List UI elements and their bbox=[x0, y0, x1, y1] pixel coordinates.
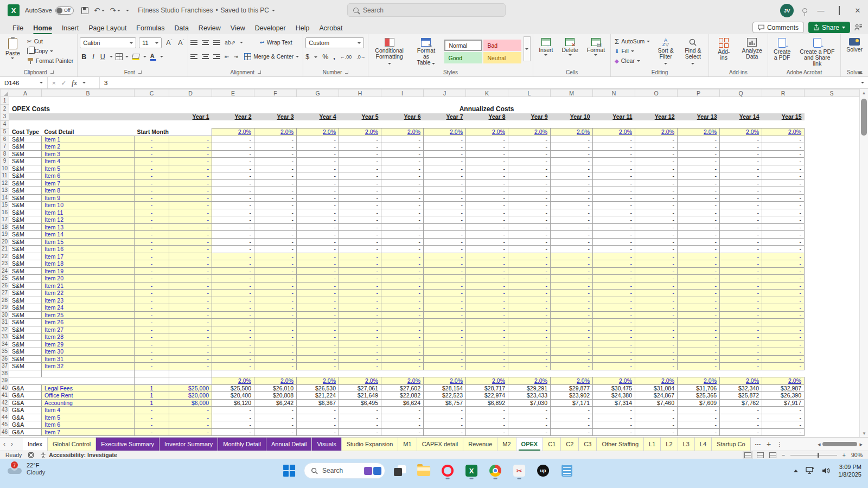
row-header-19[interactable]: 19 bbox=[1, 231, 9, 239]
cell-M41[interactable]: $23,902 bbox=[551, 392, 593, 400]
cell-P6[interactable]: - bbox=[678, 136, 720, 143]
cell-K14[interactable]: - bbox=[466, 194, 508, 202]
sheet-tab-m1[interactable]: M1 bbox=[398, 438, 417, 451]
cell-M11[interactable]: - bbox=[551, 172, 593, 180]
cell-G15[interactable]: - bbox=[297, 202, 339, 209]
cell-A24[interactable]: S&M bbox=[9, 267, 42, 275]
cell-A29[interactable]: S&M bbox=[9, 304, 42, 312]
cell-M44[interactable]: - bbox=[551, 414, 593, 421]
cell-L4[interactable] bbox=[508, 120, 551, 128]
cell-S24[interactable] bbox=[805, 267, 859, 275]
column-header-A[interactable]: A bbox=[9, 89, 42, 97]
document-title[interactable]: Fitness Studio Franchises • Saved to thi… bbox=[138, 7, 275, 14]
cell-R35[interactable]: - bbox=[762, 348, 805, 356]
cell-G14[interactable]: - bbox=[297, 194, 339, 202]
cell-S38[interactable] bbox=[805, 370, 859, 377]
cell-R32[interactable]: - bbox=[762, 326, 805, 333]
cell-N6[interactable]: - bbox=[593, 136, 635, 143]
cell-S46[interactable] bbox=[805, 428, 859, 436]
cell-C6[interactable]: - bbox=[135, 136, 169, 143]
cell-D4[interactable] bbox=[169, 120, 212, 128]
cell-C8[interactable]: - bbox=[135, 150, 169, 158]
cell-L32[interactable]: - bbox=[508, 326, 551, 333]
cell-F22[interactable]: - bbox=[254, 253, 297, 260]
cell-K21[interactable]: - bbox=[466, 246, 508, 253]
font-color-button[interactable]: A bbox=[149, 53, 157, 61]
cell-H43[interactable]: - bbox=[339, 407, 381, 414]
cell-C29[interactable]: - bbox=[135, 304, 169, 312]
cell-K9[interactable]: - bbox=[466, 158, 508, 165]
cell-M21[interactable]: - bbox=[551, 246, 593, 253]
cell-I44[interactable]: - bbox=[381, 414, 424, 421]
row-header-36[interactable]: 36 bbox=[1, 355, 9, 363]
cell-L18[interactable]: - bbox=[508, 223, 551, 231]
cell-E16[interactable]: - bbox=[212, 209, 254, 216]
cell-F28[interactable]: - bbox=[254, 297, 297, 304]
cell-N7[interactable]: - bbox=[593, 143, 635, 151]
cell-R3[interactable]: Year 15 bbox=[762, 113, 805, 121]
cell-F40[interactable]: $26,010 bbox=[254, 384, 297, 392]
cell-G27[interactable]: - bbox=[297, 290, 339, 297]
cell-I42[interactable]: $6,624 bbox=[381, 399, 424, 407]
cell-G41[interactable]: $21,224 bbox=[297, 392, 339, 400]
cell-C2[interactable] bbox=[135, 105, 169, 113]
select-all-corner[interactable] bbox=[1, 89, 9, 97]
cell-Q31[interactable]: - bbox=[720, 319, 762, 326]
cut-button[interactable]: ✂Cut bbox=[25, 36, 75, 46]
menu-tab-data[interactable]: Data bbox=[169, 23, 193, 35]
cell-Q23[interactable]: - bbox=[720, 260, 762, 268]
cell-P21[interactable]: - bbox=[678, 246, 720, 253]
cell-R40[interactable]: $32,987 bbox=[762, 384, 805, 392]
cell-A16[interactable]: S&M bbox=[9, 209, 42, 216]
cell-J35[interactable]: - bbox=[424, 348, 466, 356]
cell-E7[interactable]: - bbox=[212, 143, 254, 151]
taskbar-opera-button[interactable] bbox=[438, 461, 457, 480]
cell-K27[interactable]: - bbox=[466, 290, 508, 297]
cell-A40[interactable]: G&A bbox=[9, 384, 42, 392]
cell-E21[interactable]: - bbox=[212, 246, 254, 253]
cell-F9[interactable]: - bbox=[254, 158, 297, 165]
cell-H8[interactable]: - bbox=[339, 150, 381, 158]
cell-S2[interactable] bbox=[805, 105, 859, 113]
cell-N9[interactable]: - bbox=[593, 158, 635, 165]
cell-G33[interactable]: - bbox=[297, 333, 339, 341]
cell-H38[interactable] bbox=[339, 370, 381, 377]
cell-R8[interactable]: - bbox=[762, 150, 805, 158]
sheet-tab-investor-summary[interactable]: Investor Summary bbox=[159, 438, 218, 451]
row-header-38[interactable]: 38 bbox=[1, 370, 9, 377]
cell-J8[interactable]: - bbox=[424, 150, 466, 158]
cell-D3[interactable]: Year 1 bbox=[169, 113, 212, 121]
cell-G9[interactable]: - bbox=[297, 158, 339, 165]
cell-H35[interactable]: - bbox=[339, 348, 381, 356]
cell-N19[interactable]: - bbox=[593, 231, 635, 239]
cell-B42[interactable]: Accounting bbox=[42, 399, 135, 407]
cell-N32[interactable]: - bbox=[593, 326, 635, 333]
cell-J39[interactable]: 2.0% bbox=[424, 377, 466, 385]
cell-J45[interactable]: - bbox=[424, 421, 466, 429]
taskbar-excel-button[interactable]: X bbox=[462, 461, 481, 480]
cell-P36[interactable]: - bbox=[678, 355, 720, 363]
cell-I20[interactable]: - bbox=[381, 238, 424, 246]
cell-A8[interactable]: S&M bbox=[9, 150, 42, 158]
menu-tab-file[interactable]: File bbox=[8, 23, 28, 35]
cell-R21[interactable]: - bbox=[762, 246, 805, 253]
cell-B10[interactable]: Item 5 bbox=[42, 165, 135, 172]
row-header-46[interactable]: 46 bbox=[1, 428, 9, 436]
cell-F36[interactable]: - bbox=[254, 355, 297, 363]
cell-M18[interactable]: - bbox=[551, 223, 593, 231]
cell-N45[interactable]: - bbox=[593, 421, 635, 429]
cell-R13[interactable]: - bbox=[762, 187, 805, 195]
cell-E39[interactable]: 2.0% bbox=[212, 377, 254, 385]
sheet-tab-m2[interactable]: M2 bbox=[497, 438, 516, 451]
cell-G17[interactable]: - bbox=[297, 216, 339, 224]
font-dialog-launcher[interactable] bbox=[138, 70, 142, 74]
cell-A25[interactable]: S&M bbox=[9, 275, 42, 282]
sheet-tab-l4[interactable]: L4 bbox=[695, 438, 712, 451]
fill-color-button[interactable] bbox=[131, 54, 141, 60]
cell-D41[interactable]: $20,000 bbox=[169, 392, 212, 400]
cell-B20[interactable]: Item 15 bbox=[42, 238, 135, 246]
cell-Q26[interactable]: - bbox=[720, 282, 762, 290]
cell-D44[interactable]: - bbox=[169, 414, 212, 421]
cell-H18[interactable]: - bbox=[339, 223, 381, 231]
hidden-icons-chevron[interactable] bbox=[794, 470, 798, 472]
